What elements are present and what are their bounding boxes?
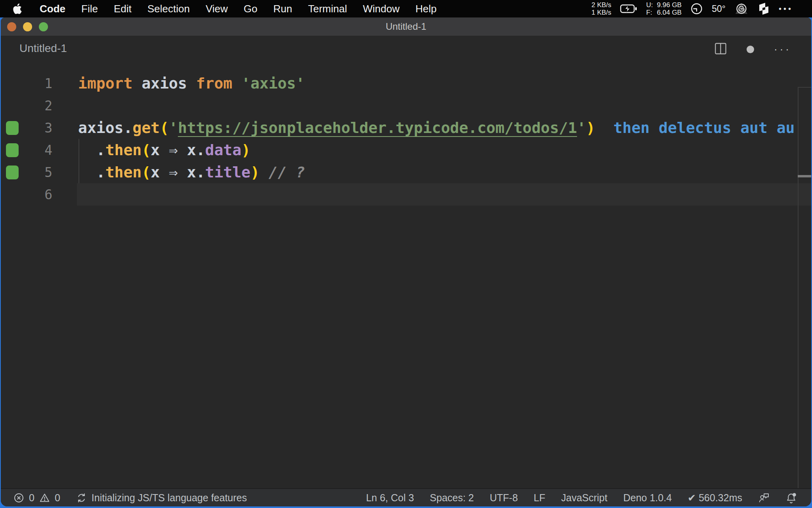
code-line[interactable]: 2 — [1, 94, 811, 117]
code-line[interactable]: 3axios.get('https://jsonplaceholder.typi… — [1, 117, 811, 139]
scrollbar-ruler[interactable] — [798, 87, 799, 488]
problems-indicator[interactable]: 0 0 — [13, 492, 60, 504]
split-editor-icon[interactable] — [714, 42, 727, 56]
feedback-icon[interactable] — [758, 492, 770, 504]
code-content — [77, 183, 811, 206]
line-number[interactable]: 5 — [24, 165, 52, 180]
code-token: ( — [142, 164, 151, 181]
menu-items: CodeFileEditSelectionViewGoRunTerminalWi… — [40, 3, 437, 15]
dirty-dot-icon[interactable] — [747, 46, 754, 53]
status-message: Initializing JS/TS language features — [92, 492, 247, 504]
code-token: ) — [241, 141, 251, 159]
indentation[interactable]: Spaces: 2 — [430, 492, 474, 504]
menu-item-file[interactable]: File — [81, 3, 98, 15]
menu-bar: CodeFileEditSelectionViewGoRunTerminalWi… — [0, 0, 812, 17]
code-token: . — [78, 141, 105, 159]
minimize-button[interactable] — [23, 22, 32, 31]
menu-item-terminal[interactable]: Terminal — [308, 3, 347, 15]
language-mode[interactable]: JavaScript — [561, 492, 607, 504]
line-number[interactable]: 3 — [24, 120, 52, 136]
menu-item-edit[interactable]: Edit — [114, 3, 132, 15]
menu-item-help[interactable]: Help — [416, 3, 437, 15]
deno-version[interactable]: Deno 1.0.4 — [623, 492, 672, 504]
error-count: 0 — [29, 492, 34, 504]
warning-icon — [39, 493, 50, 503]
code-token: ⇒ — [169, 164, 178, 181]
mem-used-label: U: — [646, 1, 653, 9]
code-token: ' — [577, 119, 586, 137]
line-number[interactable]: 1 — [24, 76, 52, 91]
maximize-button[interactable] — [39, 22, 48, 31]
code-content: axios.get('https://jsonplaceholder.typic… — [77, 117, 811, 139]
menu-bar-left: CodeFileEditSelectionViewGoRunTerminalWi… — [0, 2, 437, 15]
code-content: .then(x ⇒ x.data) — [77, 139, 811, 161]
code-line[interactable]: 6 — [1, 183, 811, 206]
code-editor[interactable]: 1import axios from 'axios'23axios.get('h… — [1, 64, 811, 488]
code-token: axios — [132, 75, 196, 92]
code-token: 'axios' — [241, 75, 305, 92]
bell-icon[interactable] — [785, 492, 797, 504]
sync-icon — [76, 493, 87, 503]
code-token: x. — [178, 164, 205, 181]
net-up: 2 KB/s — [592, 1, 611, 9]
code-token: axios. — [78, 119, 132, 137]
cursor-position[interactable]: Ln 6, Col 3 — [366, 492, 414, 504]
coverage-square-icon — [6, 121, 19, 135]
editor-file-label: Untitled-1 — [19, 42, 67, 55]
indent-guide — [79, 139, 79, 183]
menu-item-go[interactable]: Go — [244, 3, 258, 15]
code-token: https://jsonplaceholder.typicode.com/tod… — [178, 119, 577, 137]
close-button[interactable] — [7, 22, 16, 31]
menu-bar-status: 2 KB/s 1 KB/s U: F: 9.96 GB 6.04 GB — [592, 0, 793, 17]
code-token: get — [132, 119, 160, 137]
memory-usage[interactable]: U: F: 9.96 GB 6.04 GB — [646, 1, 682, 16]
apple-icon[interactable] — [12, 2, 24, 15]
more-actions-icon[interactable]: ··· — [774, 47, 791, 51]
menu-item-selection[interactable]: Selection — [147, 3, 190, 15]
line-number[interactable]: 6 — [24, 187, 52, 202]
language-status[interactable]: Initializing JS/TS language features — [76, 492, 247, 504]
code-token: ) — [251, 164, 260, 181]
code-content — [77, 94, 811, 117]
more-dots-icon[interactable]: ••• — [779, 4, 793, 13]
run-time: 560.32ms — [699, 492, 742, 503]
network-speed[interactable]: 2 KB/s 1 KB/s — [592, 1, 611, 16]
net-down: 1 KB/s — [592, 9, 611, 16]
overview-ruler-mark — [798, 175, 811, 177]
menu-item-window[interactable]: Window — [363, 3, 399, 15]
code-token — [232, 75, 241, 92]
code-content: .then(x ⇒ x.title) // ? — [77, 161, 811, 183]
code-line[interactable]: 1import axios from 'axios' — [1, 72, 811, 94]
code-line[interactable]: 4 .then(x ⇒ x.data) — [1, 139, 811, 161]
temperature[interactable]: 50° — [712, 4, 726, 14]
scrollbar-ruler-top — [798, 87, 811, 88]
flag-icon[interactable] — [757, 2, 770, 15]
code-token: then — [105, 141, 142, 159]
menu-item-view[interactable]: View — [206, 3, 228, 15]
quokka-time[interactable]: ✔ 560.32ms — [688, 492, 742, 504]
screen: CodeFileEditSelectionViewGoRunTerminalWi… — [0, 0, 812, 508]
coverage-square-icon — [6, 165, 19, 179]
warning-count: 0 — [55, 492, 60, 504]
line-number[interactable]: 2 — [24, 98, 52, 114]
swirl-icon[interactable] — [734, 2, 749, 15]
mem-free-label: F: — [646, 9, 653, 16]
menu-item-code[interactable]: Code — [40, 3, 65, 15]
inline-value-annotation: then delectus aut au — [595, 119, 795, 137]
menu-item-run[interactable]: Run — [273, 3, 292, 15]
code-token: x — [151, 164, 169, 181]
status-bar: 0 0 Initializing JS/TS language features — [1, 488, 811, 506]
code-token: import — [78, 75, 132, 92]
coverage-indicator — [1, 165, 24, 179]
code-line[interactable]: 5 .then(x ⇒ x.title) // ? — [1, 161, 811, 183]
code-token: from — [196, 75, 232, 92]
code-token: ( — [160, 119, 169, 137]
window-titlebar: Untitled-1 — [1, 17, 811, 36]
clock-icon[interactable] — [690, 2, 703, 15]
eol-sequence[interactable]: LF — [534, 492, 545, 504]
line-number[interactable]: 4 — [24, 142, 52, 158]
battery-charging-icon[interactable] — [620, 4, 638, 13]
code-token — [260, 164, 269, 181]
encoding[interactable]: UTF-8 — [490, 492, 518, 504]
window-title: Untitled-1 — [1, 21, 811, 32]
